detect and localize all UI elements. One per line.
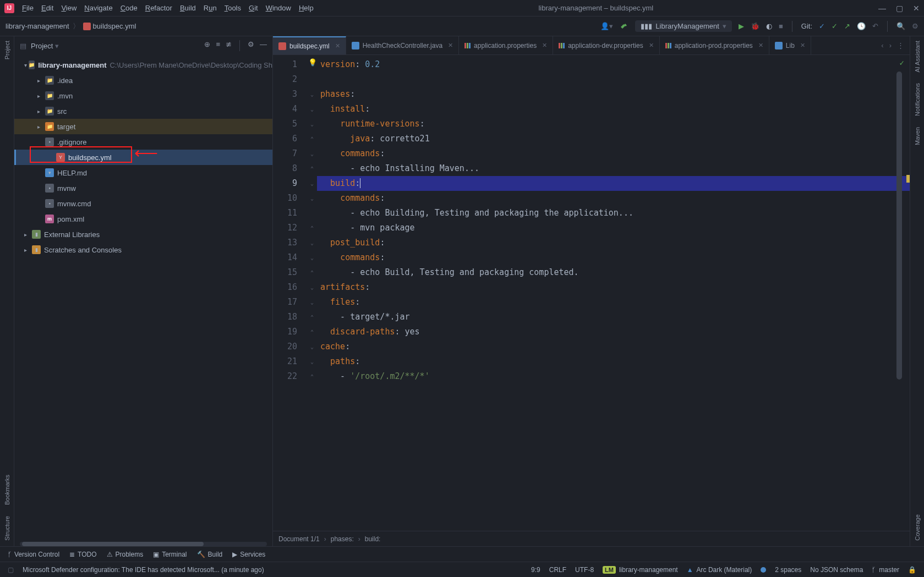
- collapse-all-icon[interactable]: ≢: [226, 40, 232, 51]
- menu-build[interactable]: Build: [180, 4, 196, 12]
- tab-next-icon[interactable]: ›: [889, 41, 892, 50]
- tab-HealthCheckController-java[interactable]: HealthCheckController.java✕: [346, 36, 459, 54]
- code-line-1[interactable]: version: 0.2: [317, 57, 910, 72]
- history-icon[interactable]: 🕓: [857, 22, 866, 30]
- select-opened-icon[interactable]: ⊕: [204, 40, 210, 51]
- code-line-8[interactable]: 💡 - echo Installing Maven...: [317, 161, 910, 176]
- crumb-build[interactable]: build:: [365, 535, 381, 543]
- tree-item-HELP-md[interactable]: ▾HELP.md: [14, 165, 272, 180]
- code-line-2[interactable]: [317, 72, 910, 87]
- tree-item-pom-xml[interactable]: mpom.xml: [14, 211, 272, 227]
- tab-application-properties[interactable]: application.properties✕: [459, 36, 553, 54]
- tool-window-todo[interactable]: ≣TODO: [69, 551, 96, 558]
- search-icon[interactable]: 🔍: [896, 22, 905, 30]
- git-commit-icon[interactable]: ✓: [832, 22, 838, 30]
- close-tab-icon[interactable]: ✕: [800, 42, 805, 49]
- minimize-button[interactable]: —: [878, 4, 886, 13]
- indent-indicator[interactable]: 2 spaces: [775, 566, 801, 574]
- breadcrumb-project[interactable]: library-management: [6, 22, 69, 30]
- tool-window-terminal[interactable]: ▣Terminal: [153, 551, 187, 558]
- hammer-icon[interactable]: [620, 22, 628, 31]
- close-tab-icon[interactable]: ✕: [758, 42, 763, 49]
- menu-code[interactable]: Code: [121, 4, 138, 12]
- lock-icon[interactable]: 🔒: [908, 566, 916, 574]
- notifications-dot[interactable]: [761, 567, 766, 573]
- tree-scratches[interactable]: ▸▮Scratches and Consoles: [14, 242, 272, 257]
- ai-assistant-tool-button[interactable]: AI Assistant: [914, 41, 921, 72]
- crumb-phases[interactable]: phases:: [331, 535, 354, 543]
- project-view-selector[interactable]: Project ▾: [31, 42, 59, 50]
- schema-indicator[interactable]: No JSON schema: [810, 566, 863, 574]
- coverage-icon[interactable]: ◐: [766, 22, 772, 30]
- tool-window-version-control[interactable]: ᚶVersion Control: [8, 551, 59, 558]
- tab-list-icon[interactable]: ⋮: [897, 41, 904, 50]
- undo-icon[interactable]: ↶: [872, 22, 878, 30]
- tab-application-prod-properties[interactable]: application-prod.properties✕: [660, 36, 769, 54]
- caret-position[interactable]: 9:9: [531, 566, 540, 574]
- user-add-icon[interactable]: 👤▾: [600, 22, 613, 30]
- tab-buildspec-yml[interactable]: buildspec.yml✕: [273, 36, 346, 54]
- expand-all-icon[interactable]: ≡: [216, 40, 220, 51]
- menu-refactor[interactable]: Refactor: [145, 4, 172, 12]
- close-tab-icon[interactable]: ✕: [542, 42, 547, 49]
- code-line-9[interactable]: build:: [317, 176, 910, 191]
- tool-window-build[interactable]: 🔨Build: [197, 551, 223, 558]
- code-line-15[interactable]: - echo Build, Testing and packaging comp…: [317, 265, 910, 280]
- line-gutter[interactable]: 12345678910111213141516171819202122: [273, 55, 307, 531]
- code-line-18[interactable]: - target/*.jar: [317, 310, 910, 325]
- run-icon[interactable]: ▶: [739, 22, 744, 30]
- tree-item-mvnw-cmd[interactable]: ▪mvnw.cmd: [14, 196, 272, 211]
- tree-item-target[interactable]: ▸📁target: [14, 119, 272, 134]
- code-line-22[interactable]: - '/root/.m2/**/*': [317, 369, 910, 384]
- tree-item--gitignore[interactable]: ▪.gitignore: [14, 134, 272, 150]
- tree-h-scrollbar[interactable]: [20, 542, 267, 546]
- menu-navigate[interactable]: Navigate: [84, 4, 112, 12]
- tool-window-problems[interactable]: ⚠Problems: [107, 551, 144, 558]
- bookmarks-tool-button[interactable]: Bookmarks: [4, 475, 10, 505]
- git-branch[interactable]: ᚶ master: [872, 566, 899, 574]
- code-editor[interactable]: 12345678910111213141516171819202122 ⌄⌄⌄⌃…: [273, 55, 910, 531]
- project-tree[interactable]: ▾📁library-managementC:\Users\Prem Mane\O…: [14, 55, 272, 542]
- debug-icon[interactable]: 🐞: [751, 22, 759, 30]
- project-tool-button[interactable]: Project: [4, 41, 10, 59]
- menu-run[interactable]: Run: [204, 4, 217, 12]
- error-stripe[interactable]: [903, 55, 910, 531]
- code-line-12[interactable]: - mvn package: [317, 221, 910, 235]
- coverage-tool-button[interactable]: Coverage: [914, 514, 921, 541]
- run-config-selector[interactable]: ▮▮▮ LibraryManagement ▾: [635, 20, 732, 32]
- tree-item-buildspec-yml[interactable]: Ybuildspec.yml: [14, 150, 272, 165]
- menu-tools[interactable]: Tools: [225, 4, 241, 12]
- project-indicator[interactable]: LMlibrary-management: [603, 566, 678, 574]
- tab-Lib[interactable]: Lib✕: [769, 36, 811, 54]
- code-line-13[interactable]: post_build:: [317, 235, 910, 250]
- code-line-10[interactable]: commands:: [317, 191, 910, 206]
- code-line-3[interactable]: phases:: [317, 87, 910, 102]
- tool-window-services[interactable]: ▶Services: [232, 551, 265, 558]
- code-line-7[interactable]: commands:: [317, 146, 910, 161]
- maven-tool-button[interactable]: Maven: [914, 127, 921, 145]
- tab-prev-icon[interactable]: ‹: [881, 41, 883, 50]
- menu-window[interactable]: Window: [266, 4, 291, 12]
- panel-hide-icon[interactable]: —: [260, 40, 267, 51]
- code-content[interactable]: ✓ version: 0.2phases: install: runtime-v…: [317, 55, 910, 531]
- maximize-button[interactable]: ▢: [896, 4, 903, 13]
- menu-help[interactable]: Help: [299, 4, 314, 12]
- theme-indicator[interactable]: ▲Arc Dark (Material): [687, 566, 752, 574]
- code-line-21[interactable]: paths:: [317, 354, 910, 369]
- structure-tool-button[interactable]: Structure: [4, 516, 10, 541]
- tree-item--idea[interactable]: ▸📁.idea: [14, 73, 272, 88]
- stop-icon[interactable]: ■: [779, 22, 783, 30]
- line-separator[interactable]: CRLF: [549, 566, 566, 574]
- close-tab-icon[interactable]: ✕: [649, 42, 654, 49]
- menu-file[interactable]: File: [22, 4, 34, 12]
- git-push-icon[interactable]: ↗: [844, 22, 850, 30]
- breadcrumb-file[interactable]: buildspec.yml: [83, 22, 136, 31]
- code-line-6[interactable]: java: corretto21: [317, 131, 910, 146]
- code-line-16[interactable]: artifacts:: [317, 280, 910, 295]
- tree-item-src[interactable]: ▸📁src: [14, 103, 272, 119]
- settings-icon[interactable]: ⚙: [912, 22, 918, 30]
- tree-item--mvn[interactable]: ▸📁.mvn: [14, 88, 272, 103]
- code-line-17[interactable]: files:: [317, 295, 910, 310]
- menu-view[interactable]: View: [61, 4, 76, 12]
- status-message[interactable]: Microsoft Defender configuration: The ID…: [23, 566, 522, 574]
